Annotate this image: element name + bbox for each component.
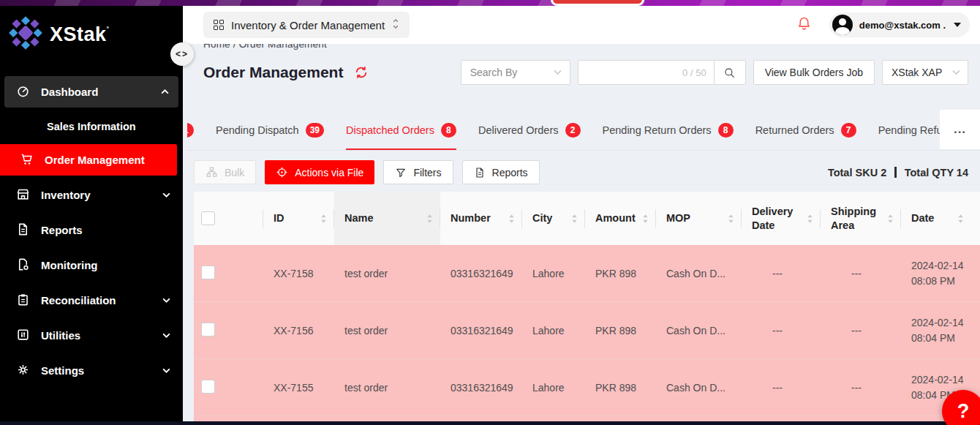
sort-icon — [636, 214, 649, 224]
tabs-overflow-button[interactable]: ... — [940, 110, 980, 149]
refresh-icon[interactable] — [354, 65, 369, 80]
sidebar-item-reports[interactable]: Reports — [0, 214, 183, 246]
tab-returned-orders[interactable]: Returned Orders 7 — [755, 110, 856, 150]
top-navigation-bar: Inventory & Order Management demo@xstak.… — [183, 6, 980, 44]
column-label: City — [532, 211, 552, 225]
app-switcher[interactable]: Inventory & Order Management — [203, 12, 410, 38]
cell-shipping-area: --- — [821, 325, 901, 336]
tab-count-badge: 2 — [565, 123, 581, 138]
column-header-id[interactable]: ID — [263, 192, 334, 245]
search-button[interactable] — [714, 61, 745, 84]
sidebar-item-label: Monitoring — [41, 259, 171, 271]
sidebar-item-label: Utilities — [41, 329, 151, 342]
sidebar-item-settings[interactable]: Settings — [0, 355, 183, 386]
column-header-delivery-date[interactable]: Delivery Date — [742, 192, 821, 245]
sliders-icon — [16, 328, 30, 344]
select-all-checkbox[interactable] — [201, 211, 215, 225]
cell-number: 03316321649 — [440, 382, 522, 394]
xstak-logo-icon — [9, 16, 42, 53]
chevron-down-icon — [162, 190, 171, 200]
channel-select[interactable]: XStak XAP — [882, 60, 968, 85]
search-input[interactable] — [578, 67, 682, 78]
filter-icon — [395, 167, 407, 178]
cell-name: test order — [334, 268, 440, 279]
sidebar-nav: Dashboard Sales Information Order Manage… — [0, 76, 183, 386]
table-row: XX-7155 test order 03316321649 Lahore PK… — [194, 359, 980, 416]
tab-clipped[interactable]: 1 — [187, 110, 194, 150]
collapse-icon: <> — [176, 49, 189, 59]
row-checkbox[interactable] — [201, 266, 215, 279]
apps-grid-icon — [214, 20, 224, 30]
cell-name: test order — [334, 325, 440, 336]
reports-button[interactable]: Reports — [462, 160, 540, 184]
row-checkbox[interactable] — [201, 323, 215, 336]
sidebar-item-label: Sales Information — [47, 121, 136, 132]
sidebar-item-sales-information[interactable]: Sales Information — [0, 111, 183, 142]
cell-delivery-date: --- — [742, 268, 821, 279]
user-email: demo@xstak.com . — [859, 20, 946, 31]
sidebar-item-label: Inventory — [41, 189, 151, 201]
column-header-mop[interactable]: MOP — [656, 192, 742, 245]
updown-caret-icon — [392, 18, 399, 31]
browser-theme-strip — [0, 0, 980, 6]
cart-icon — [20, 152, 34, 168]
gear-icon — [16, 363, 30, 379]
tab-pending-return-orders[interactable]: Pending Return Orders 8 — [603, 110, 734, 150]
app-switcher-label: Inventory & Order Management — [231, 19, 385, 31]
column-header-shipping-area[interactable]: Shipping Area — [821, 192, 901, 245]
sidebar-item-order-management[interactable]: Order Management — [0, 144, 177, 176]
sidebar-item-dashboard[interactable]: Dashboard — [4, 76, 178, 108]
filters-button[interactable]: Filters — [383, 160, 453, 184]
search-by-placeholder: Search By — [470, 67, 518, 78]
actions-via-file-button[interactable]: Actions via File — [265, 160, 374, 184]
tab-dispatched-orders[interactable]: Dispatched Orders 8 — [346, 110, 456, 150]
sidebar-item-label: Dashboard — [41, 86, 149, 98]
view-bulk-orders-button[interactable]: View Bulk Orders Job — [753, 60, 875, 85]
sidebar-item-reconciliation[interactable]: Reconciliation — [0, 285, 183, 316]
user-menu[interactable]: demo@xstak.com . — [829, 12, 970, 37]
column-header-date[interactable]: Date — [901, 192, 980, 245]
notification-bell-icon[interactable] — [796, 15, 812, 34]
cell-mop: Cash On D... — [656, 268, 742, 279]
sidebar-item-monitoring[interactable]: Monitoring — [0, 249, 183, 281]
tab-delivered-orders[interactable]: Delivered Orders 2 — [478, 110, 581, 150]
app-window: XStak° Dashboard Sales Information Order — [0, 0, 980, 425]
row-checkbox[interactable] — [201, 380, 215, 394]
chevron-down-icon — [554, 69, 562, 75]
column-label: Number — [451, 211, 491, 225]
column-header-number[interactable]: Number — [440, 192, 522, 245]
sort-icon — [801, 214, 813, 224]
sort-icon — [502, 214, 515, 224]
column-header-amount[interactable]: Amount — [585, 192, 656, 245]
dashboard-icon — [16, 84, 30, 100]
sidebar-item-label: Settings — [41, 364, 151, 377]
orders-table: ID Name Number City Amount — [194, 192, 980, 421]
search-by-select[interactable]: Search By — [461, 60, 570, 85]
file-icon — [16, 222, 30, 238]
search-counter: 0 / 50 — [682, 67, 714, 78]
bulk-button[interactable]: Bulk — [194, 160, 256, 184]
sidebar-item-inventory[interactable]: Inventory — [0, 179, 183, 211]
avatar — [832, 15, 853, 35]
sidebar-item-label: Reports — [41, 224, 171, 236]
breadcrumb: Home / Order Management — [203, 44, 327, 52]
column-label: Amount — [595, 211, 636, 225]
cell-city: Lahore — [522, 268, 585, 279]
tab-pending-dispatch[interactable]: Pending Dispatch 39 — [216, 110, 324, 150]
main-content: Inventory & Order Management demo@xstak.… — [183, 6, 980, 425]
column-label: MOP — [666, 211, 690, 225]
sidebar-collapse-toggle[interactable]: <> — [170, 42, 194, 66]
cell-number: 03316321649 — [440, 268, 522, 279]
column-header-name[interactable]: Name — [334, 192, 440, 245]
file-icon — [474, 167, 486, 178]
sort-icon — [314, 214, 327, 224]
table-row: XX-7158 test order 03316321649 Lahore PK… — [194, 245, 980, 302]
sort-icon — [565, 214, 578, 224]
sidebar-item-utilities[interactable]: Utilities — [0, 320, 183, 351]
help-label: ? — [957, 400, 970, 423]
table-row: XX-7156 test order 03316321649 Lahore PK… — [194, 302, 980, 359]
column-header-city[interactable]: City — [522, 192, 585, 245]
chevron-down-icon — [162, 366, 171, 375]
recording-indicator-pill — [551, 0, 644, 6]
bottom-edge-strip — [0, 421, 980, 425]
